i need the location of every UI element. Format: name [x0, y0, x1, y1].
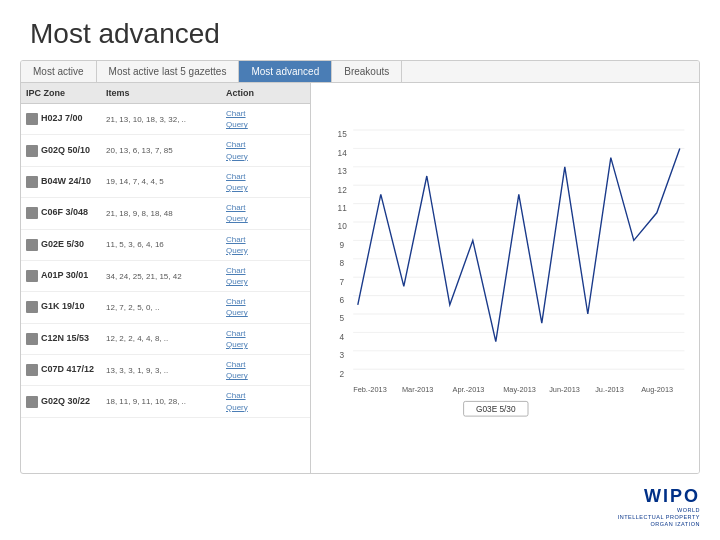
svg-text:10: 10 [338, 222, 348, 231]
tab-breakouts[interactable]: Breakouts [332, 61, 402, 82]
chart-svg: 15 14 13 12 11 10 9 8 7 6 5 4 3 2 [321, 93, 689, 443]
svg-text:May-2013: May-2013 [503, 385, 536, 394]
chart-link[interactable]: Chart [226, 390, 286, 401]
table-panel: IPC Zone Items Action H02J 7/00 21, 13, … [21, 83, 311, 473]
cell-ipc: C12N 15/53 [21, 331, 101, 347]
content-area: Most active Most active last 5 gazettes … [20, 60, 700, 474]
query-link[interactable]: Query [226, 213, 286, 224]
chart-link[interactable]: Chart [226, 234, 286, 245]
page-title: Most advanced [0, 0, 720, 60]
query-link[interactable]: Query [226, 370, 286, 381]
row-icon [26, 301, 38, 313]
svg-text:7: 7 [339, 278, 344, 287]
table-header: IPC Zone Items Action [21, 83, 310, 104]
query-link[interactable]: Query [226, 119, 286, 130]
cell-ipc: C07D 417/12 [21, 362, 101, 378]
chart-link[interactable]: Chart [226, 108, 286, 119]
query-link[interactable]: Query [226, 402, 286, 413]
table-row: A01P 30/01 34, 24, 25, 21, 15, 42 Chart … [21, 261, 310, 292]
cell-action: Chart Query [221, 106, 291, 132]
svg-text:12: 12 [338, 186, 348, 195]
row-icon [26, 176, 38, 188]
svg-text:8: 8 [339, 259, 344, 268]
cell-items: 11, 5, 3, 6, 4, 16 [101, 238, 221, 251]
cell-ipc: H02J 7/00 [21, 111, 101, 127]
tab-most-advanced[interactable]: Most advanced [239, 61, 332, 82]
svg-text:Jun-2013: Jun-2013 [549, 385, 580, 394]
table-row: G02E 5/30 11, 5, 3, 6, 4, 16 Chart Query [21, 230, 310, 261]
cell-ipc: C06F 3/048 [21, 205, 101, 221]
row-icon [26, 333, 38, 345]
cell-items: 19, 14, 7, 4, 4, 5 [101, 175, 221, 188]
svg-text:11: 11 [338, 204, 348, 213]
svg-text:G03E 5/30: G03E 5/30 [476, 405, 516, 414]
cell-action: Chart Query [221, 357, 291, 383]
row-icon [26, 239, 38, 251]
tab-most-active[interactable]: Most active [21, 61, 97, 82]
svg-text:Aug-2013: Aug-2013 [641, 385, 673, 394]
query-link[interactable]: Query [226, 182, 286, 193]
chart-link[interactable]: Chart [226, 296, 286, 307]
cell-action: Chart Query [221, 263, 291, 289]
svg-text:2: 2 [339, 370, 344, 379]
chart-link[interactable]: Chart [226, 359, 286, 370]
cell-ipc: G02Q 30/22 [21, 394, 101, 410]
table-row: C07D 417/12 13, 3, 3, 1, 9, 3, .. Chart … [21, 355, 310, 386]
cell-items: 18, 11, 9, 11, 10, 28, .. [101, 395, 221, 408]
table-row: B04W 24/10 19, 14, 7, 4, 4, 5 Chart Quer… [21, 167, 310, 198]
svg-text:15: 15 [338, 130, 348, 139]
tab-most-active-last5[interactable]: Most active last 5 gazettes [97, 61, 240, 82]
table-row: C06F 3/048 21, 18, 9, 8, 18, 48 Chart Qu… [21, 198, 310, 229]
chart-link[interactable]: Chart [226, 328, 286, 339]
query-link[interactable]: Query [226, 245, 286, 256]
cell-ipc: G02E 5/30 [21, 237, 101, 253]
cell-ipc: B04W 24/10 [21, 174, 101, 190]
query-link[interactable]: Query [226, 339, 286, 350]
chart-link[interactable]: Chart [226, 265, 286, 276]
cell-action: Chart Query [221, 200, 291, 226]
query-link[interactable]: Query [226, 307, 286, 318]
query-link[interactable]: Query [226, 276, 286, 287]
row-icon [26, 145, 38, 157]
wipo-logo: WIPO WORLD INTELLECTUAL PROPERTY ORGAN I… [618, 486, 700, 528]
row-icon [26, 364, 38, 376]
cell-action: Chart Query [221, 388, 291, 414]
cell-action: Chart Query [221, 232, 291, 258]
query-link[interactable]: Query [226, 151, 286, 162]
col-header-items: Items [101, 86, 221, 100]
tabs-bar: Most active Most active last 5 gazettes … [21, 61, 699, 83]
table-body: H02J 7/00 21, 13, 10, 18, 3, 32, .. Char… [21, 104, 310, 464]
chart-panel: 15 14 13 12 11 10 9 8 7 6 5 4 3 2 [311, 83, 699, 473]
svg-text:9: 9 [339, 241, 344, 250]
svg-text:Feb.-2013: Feb.-2013 [353, 385, 387, 394]
wipo-subtitle: WORLD INTELLECTUAL PROPERTY ORGAN IZATIO… [618, 507, 700, 528]
table-row: C12N 15/53 12, 2, 2, 4, 4, 8, .. Chart Q… [21, 324, 310, 355]
table-row: G02Q 50/10 20, 13, 6, 13, 7, 85 Chart Qu… [21, 135, 310, 166]
svg-text:Mar-2013: Mar-2013 [402, 385, 434, 394]
chart-link[interactable]: Chart [226, 202, 286, 213]
table-row: G02Q 30/22 18, 11, 9, 11, 10, 28, .. Cha… [21, 386, 310, 417]
row-icon [26, 113, 38, 125]
svg-text:4: 4 [339, 333, 344, 342]
cell-items: 12, 2, 2, 4, 4, 8, .. [101, 332, 221, 345]
cell-action: Chart Query [221, 169, 291, 195]
svg-text:Apr.-2013: Apr.-2013 [453, 385, 485, 394]
cell-ipc: G02Q 50/10 [21, 143, 101, 159]
svg-text:3: 3 [339, 351, 344, 360]
col-header-ipc: IPC Zone [21, 86, 101, 100]
cell-items: 12, 7, 2, 5, 0, .. [101, 301, 221, 314]
cell-items: 34, 24, 25, 21, 15, 42 [101, 270, 221, 283]
cell-ipc: G1K 19/10 [21, 299, 101, 315]
chart-link[interactable]: Chart [226, 139, 286, 150]
col-header-action: Action [221, 86, 291, 100]
row-icon [26, 207, 38, 219]
row-icon [26, 396, 38, 408]
cell-items: 20, 13, 6, 13, 7, 85 [101, 144, 221, 157]
row-icon [26, 270, 38, 282]
cell-ipc: A01P 30/01 [21, 268, 101, 284]
main-content: IPC Zone Items Action H02J 7/00 21, 13, … [21, 83, 699, 473]
svg-text:6: 6 [339, 296, 344, 305]
table-row: G1K 19/10 12, 7, 2, 5, 0, .. Chart Query [21, 292, 310, 323]
svg-text:Ju.-2013: Ju.-2013 [595, 385, 624, 394]
chart-link[interactable]: Chart [226, 171, 286, 182]
